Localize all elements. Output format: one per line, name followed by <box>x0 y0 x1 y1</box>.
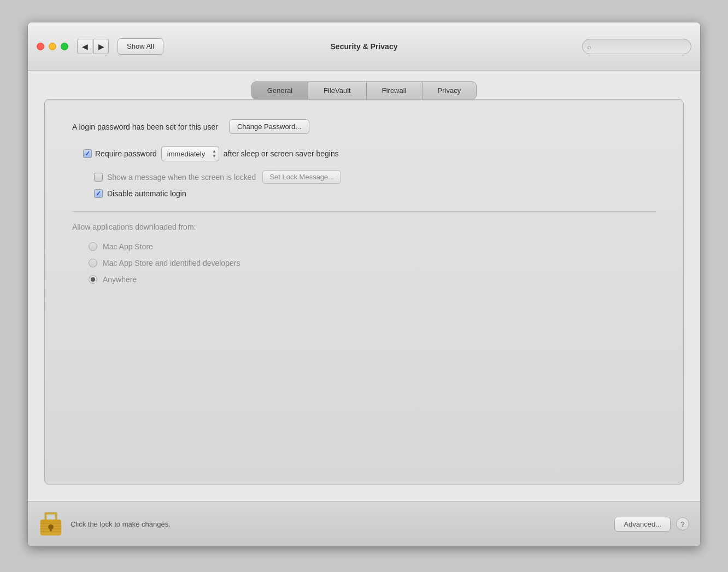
search-icon: ⌕ <box>587 42 591 50</box>
content-area: General FileVault Firewall Privacy A log… <box>28 71 700 501</box>
lock-icon[interactable] <box>39 510 63 538</box>
general-panel: A login password has been set for this u… <box>44 99 684 485</box>
show-all-button[interactable]: Show All <box>118 38 163 55</box>
radio-mac-app-store-developers[interactable] <box>89 259 97 267</box>
immediately-dropdown[interactable]: immediately <box>161 146 219 161</box>
close-button[interactable] <box>37 43 44 50</box>
search-box: ⌕ <box>582 39 691 54</box>
svg-rect-5 <box>40 523 61 524</box>
login-password-text: A login password has been set for this u… <box>72 122 218 131</box>
section-divider <box>72 211 656 212</box>
show-message-checkbox[interactable] <box>94 173 103 182</box>
title-bar: ◀ ▶ Show All Security & Privacy ⌕ <box>28 22 700 71</box>
require-password-checkbox[interactable] <box>83 149 92 158</box>
disable-login-row: Disable automatic login <box>94 189 656 198</box>
svg-rect-4 <box>40 520 61 523</box>
change-password-button[interactable]: Change Password... <box>229 119 309 134</box>
back-button[interactable]: ◀ <box>77 39 92 54</box>
radio-label-mac-app-store: Mac App Store <box>103 242 153 251</box>
require-password-checkbox-wrap: Require password <box>83 149 161 158</box>
require-password-row: Require password immediately ▲ ▼ after s… <box>83 146 656 161</box>
radio-label-mac-app-store-developers: Mac App Store and identified developers <box>103 259 240 267</box>
tab-filevault[interactable]: FileVault <box>308 82 367 99</box>
traffic-lights <box>37 43 68 50</box>
radio-label-anywhere: Anywhere <box>103 275 137 284</box>
advanced-button[interactable]: Advanced... <box>614 517 671 532</box>
nav-buttons: ◀ ▶ <box>77 39 109 54</box>
tab-firewall[interactable]: Firewall <box>367 82 422 99</box>
forward-button[interactable]: ▶ <box>93 39 109 54</box>
disable-login-checkbox[interactable] <box>94 189 103 198</box>
search-input[interactable] <box>582 39 691 54</box>
radio-group: Mac App Store Mac App Store and identifi… <box>89 242 656 284</box>
bottom-bar: Click the lock to make changes. Advanced… <box>28 501 700 546</box>
after-sleep-text: after sleep or screen saver begins <box>224 149 339 158</box>
radio-mac-app-store[interactable] <box>89 242 97 251</box>
lock-text: Click the lock to make changes. <box>71 520 614 528</box>
login-password-row: A login password has been set for this u… <box>72 119 656 134</box>
svg-rect-2 <box>55 512 57 521</box>
show-message-row: Show a message when the screen is locked… <box>94 170 656 184</box>
tabs-container: General FileVault Firewall Privacy <box>44 81 684 100</box>
radio-row-mac-app-store: Mac App Store <box>89 242 656 251</box>
minimize-button[interactable] <box>49 43 56 50</box>
radio-anywhere[interactable] <box>89 275 97 284</box>
svg-rect-10 <box>50 528 52 532</box>
main-window: ◀ ▶ Show All Security & Privacy ⌕ Genera… <box>27 22 701 547</box>
tab-general[interactable]: General <box>252 82 308 99</box>
allow-apps-label: Allow applications downloaded from: <box>72 223 656 231</box>
immediately-dropdown-wrap: immediately ▲ ▼ <box>161 146 219 161</box>
disable-login-label: Disable automatic login <box>107 189 186 198</box>
tabs: General FileVault Firewall Privacy <box>251 81 477 100</box>
window-title: Security & Privacy <box>331 42 398 51</box>
radio-row-anywhere: Anywhere <box>89 275 656 284</box>
require-password-label: Require password <box>95 149 157 158</box>
help-button[interactable]: ? <box>676 517 689 530</box>
show-message-label: Show a message when the screen is locked <box>107 173 256 182</box>
maximize-button[interactable] <box>61 43 68 50</box>
set-lock-message-button[interactable]: Set Lock Message... <box>262 170 341 184</box>
tab-privacy[interactable]: Privacy <box>422 82 477 99</box>
svg-rect-1 <box>44 512 46 521</box>
radio-row-mac-app-store-developers: Mac App Store and identified developers <box>89 259 656 267</box>
